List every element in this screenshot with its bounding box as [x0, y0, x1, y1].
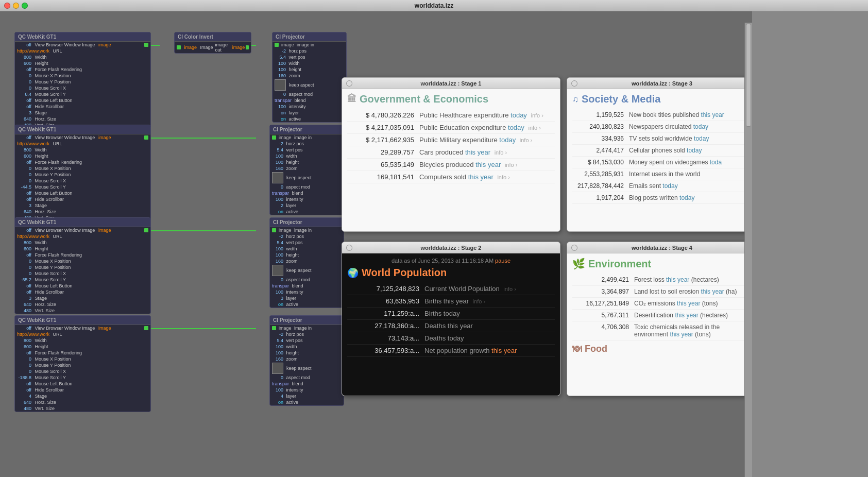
- stage2-title: worlddata.izz : Stage 2: [421, 245, 482, 251]
- pop-data-line: data as of June 25, 2013 at 11:16:18 AM …: [347, 258, 555, 264]
- scrollbar-thumb[interactable]: [746, 24, 751, 127]
- maximize-button[interactable]: [22, 3, 28, 9]
- pop-row-5: 73,143:a... Deaths today: [347, 332, 555, 345]
- ci-proj-header-4: CI Projector: [270, 316, 344, 325]
- env-row-5: 4,706,308 Toxic chemicals released in th…: [572, 321, 752, 340]
- stage4-title: worlddata.izz : Stage 4: [632, 245, 692, 251]
- close-button[interactable]: [4, 3, 10, 9]
- ci-projector-node-2: CI Projector image image in -2 horz pos …: [269, 125, 344, 215]
- soc-row-7: 217,828,784,442 Emails sent today: [572, 180, 752, 192]
- gov-row-2: $ 4,217,035,091 Public Education expendi…: [347, 122, 555, 134]
- food-section-title: 🍽 Food: [572, 344, 752, 354]
- window-controls[interactable]: [4, 3, 28, 9]
- canvas-scrollbar[interactable]: [744, 23, 752, 477]
- ci-proj-header-2: CI Projector: [270, 125, 344, 134]
- env-row-2: 3,364,897 Land lost to soil erosion this…: [572, 286, 752, 298]
- stage3-title: worlddata.izz : Stage 3: [632, 80, 692, 87]
- gov-row-5: 65,535,149 Bicycles produced this year i…: [347, 159, 555, 171]
- ci-proj-header-1: CI Projector: [273, 32, 346, 42]
- ci-projector-node-1: CI Projector image image in -2 horz pos …: [272, 32, 347, 123]
- gov-row-4: 29,289,757 Cars produced this year info …: [347, 146, 555, 159]
- qc-node-header-2: QC WebKit GT1: [15, 125, 150, 134]
- soc-row-1: 1,159,525 New book titles published this…: [572, 109, 752, 121]
- stage1-close[interactable]: [346, 80, 352, 87]
- soc-row-6: 2,553,285,931 Internet users in the worl…: [572, 168, 752, 180]
- gov-row-1: $ 4,780,326,226 Public Healthcare expend…: [347, 109, 555, 122]
- ci-color-header-1: CI Color Invert: [175, 32, 251, 42]
- title-bar: worlddata.izz: [0, 0, 868, 11]
- right-overflow-area: [752, 11, 868, 477]
- soc-row-8: 1,917,204 Blog posts written today: [572, 192, 752, 204]
- stage4-close[interactable]: [571, 245, 577, 251]
- pop-row-3: 171,259:a... Births today: [347, 308, 555, 320]
- env-icon: 🌿: [572, 258, 585, 270]
- stage3-window: worlddata.izz : Stage 3 ♫ Society & Medi…: [567, 77, 752, 232]
- window-title: worlddata.izz: [415, 2, 453, 9]
- soc-section-title: ♫ Society & Media: [572, 93, 752, 105]
- soc-row-4: 2,474,417 Cellular phones sold today: [572, 145, 752, 157]
- pop-row-6: 36,457,593:a... Net population growth th…: [347, 345, 555, 357]
- stage1-window: worlddata.izz : Stage 1 🏛 Government & E…: [342, 77, 560, 232]
- ci-proj-header-3: CI Projector: [270, 218, 344, 227]
- qc-node-header-1: QC WebKit GT1: [15, 32, 150, 42]
- soc-row-5: $ 84,153,030 Money spent on videogames t…: [572, 157, 752, 168]
- ci-projector-node-4: CI Projector image image in -2 horz pos …: [269, 315, 344, 406]
- qc-webkit-node-1: QC WebKit GT1 off View Browser Window Im…: [14, 32, 151, 129]
- stage1-title: worlddata.izz : Stage 1: [421, 80, 482, 87]
- stage2-window: worlddata.izz : Stage 2 data as of June …: [342, 242, 560, 396]
- env-row-4: 5,767,311 Desertification this year (hec…: [572, 310, 752, 321]
- env-section-title: 🌿 Environment: [572, 258, 752, 270]
- qc-node-header-4: QC WebKit GT1: [15, 316, 150, 325]
- qc-webkit-node-3: QC WebKit GT1 off View Browser Window Im…: [14, 217, 151, 314]
- gov-row-3: $ 2,171,662,935 Public Military expendit…: [347, 134, 555, 146]
- gov-icon: 🏛: [347, 94, 356, 105]
- minimize-button[interactable]: [13, 3, 19, 9]
- pop-row-2: 63,635,953 Births this year info ›: [347, 295, 555, 308]
- stage3-close[interactable]: [571, 80, 577, 87]
- qc-webkit-node-4: QC WebKit GT1 off View Browser Window Im…: [14, 315, 151, 412]
- ci-projector-node-3: CI Projector image image in -2 horz pos …: [269, 217, 344, 308]
- env-row-1: 2,499,421 Forest loss this year (hectare…: [572, 274, 752, 286]
- qc-node-header-3: QC WebKit GT1: [15, 218, 150, 227]
- env-row-3: 16,127,251,849 CO₂ emissions this year (…: [572, 298, 752, 310]
- pop-row-4: 27,178,360:a... Deaths this year: [347, 320, 555, 332]
- soc-row-2: 240,180,823 Newspapers circulated today: [572, 121, 752, 133]
- gov-section-title: 🏛 Government & Economics: [347, 93, 555, 105]
- stage4-window: worlddata.izz : Stage 4 🌿 Environment 2,…: [567, 242, 752, 396]
- qc-webkit-node-2: QC WebKit GT1 off View Browser Window Im…: [14, 125, 151, 222]
- ci-color-invert-node-1: CI Color Invert image Image image out im…: [174, 32, 251, 54]
- pop-section-title: 🌍 World Population: [347, 267, 555, 279]
- pop-icon: 🌍: [347, 267, 359, 279]
- soc-row-3: 334,936 TV sets sold worldwide today: [572, 133, 752, 145]
- gov-row-6: 169,181,541 Computers sold this year inf…: [347, 171, 555, 183]
- pop-row-1: 7,125,248,823 Current World Population i…: [347, 283, 555, 295]
- soc-icon: ♫: [572, 95, 578, 104]
- food-icon: 🍽: [572, 344, 582, 354]
- canvas-area: QC WebKit GT1 off View Browser Window Im…: [0, 11, 752, 477]
- stage2-close[interactable]: [346, 245, 352, 251]
